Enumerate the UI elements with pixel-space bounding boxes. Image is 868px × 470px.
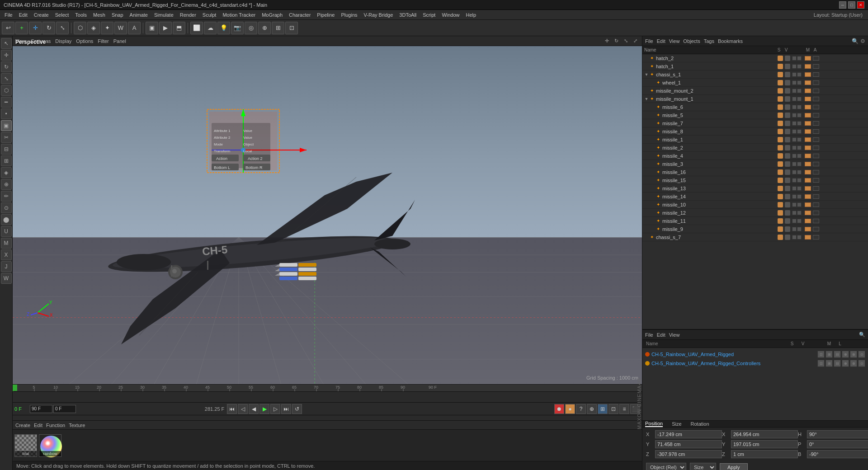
obj-expand-missile_13[interactable] bbox=[651, 186, 655, 191]
weight-mode[interactable]: W bbox=[114, 22, 127, 34]
obj-expand-missile_11[interactable] bbox=[651, 219, 655, 223]
instance-btn[interactable]: ⊡ bbox=[285, 22, 298, 34]
attr-icon-2b[interactable]: ⊞ bbox=[826, 360, 833, 367]
obj-row-chassi_s_7[interactable]: ✦ chassi_s_7 bbox=[642, 233, 868, 241]
move-frames-button[interactable]: ⊞ bbox=[598, 404, 608, 414]
obj-expand-missile_12[interactable] bbox=[651, 211, 655, 215]
sky-btn[interactable]: ☁ bbox=[204, 22, 217, 34]
record-button[interactable]: ⏺ bbox=[554, 404, 564, 414]
coord-sy-input[interactable] bbox=[731, 440, 798, 448]
obj-row-chassi_s_1[interactable]: ▼ ✦ chassi_s_1 bbox=[642, 70, 868, 79]
attr-menu-view[interactable]: View bbox=[669, 332, 680, 338]
vp-menu-panel[interactable]: Panel bbox=[113, 38, 126, 44]
coord-h-input[interactable] bbox=[807, 430, 868, 438]
obj-expand-missile_6[interactable] bbox=[651, 105, 655, 109]
timeline-track[interactable] bbox=[13, 392, 642, 403]
timeline-options[interactable]: ≡ bbox=[619, 404, 629, 414]
maximize-button[interactable]: □ bbox=[848, 1, 855, 9]
obj-row-missile_2[interactable]: ✦ missile_2 bbox=[642, 144, 868, 152]
play-forward-button[interactable]: ▶ bbox=[259, 404, 269, 414]
obj-expand-missile_4[interactable] bbox=[651, 154, 655, 158]
obj-expand-missile_16[interactable] bbox=[651, 170, 655, 174]
goto-start-button[interactable]: ⏮ bbox=[227, 404, 237, 414]
coord-b-input[interactable] bbox=[807, 450, 868, 458]
rotate-tool[interactable]: ↻ bbox=[1, 61, 12, 72]
obj-row-wheel_1[interactable]: ✦ wheel_1 bbox=[642, 79, 868, 87]
obj-row-missile_mount_1[interactable]: ▼ ✦ missile_mount_1 bbox=[642, 95, 868, 103]
vp-rotate-icon[interactable]: ↻ bbox=[612, 37, 620, 45]
attr-icon-1b[interactable]: ⊞ bbox=[826, 351, 833, 358]
help-button[interactable]: ? bbox=[576, 404, 586, 414]
menu-edit[interactable]: Edit bbox=[16, 11, 30, 19]
knife-tool[interactable]: ✂ bbox=[1, 132, 12, 143]
attr-icon-1a[interactable]: ⊡ bbox=[817, 351, 825, 358]
apply-button[interactable]: Apply bbox=[720, 463, 748, 470]
menu-help[interactable]: Help bbox=[463, 11, 479, 19]
mat-menu-edit[interactable]: Edit bbox=[34, 423, 42, 428]
attr-menu-edit[interactable]: Edit bbox=[657, 332, 665, 338]
obj-expand-chassi_s_1[interactable]: ▼ bbox=[644, 72, 649, 77]
vp-move-icon[interactable]: ✛ bbox=[603, 37, 611, 45]
poly-tool[interactable]: ⬡ bbox=[1, 85, 12, 96]
frame-step-button[interactable]: ⊡ bbox=[609, 404, 618, 414]
obj-row-missile_12[interactable]: ✦ missile_12 bbox=[642, 209, 868, 217]
menu-render[interactable]: Render bbox=[177, 11, 199, 19]
obj-expand-missile_5[interactable] bbox=[651, 113, 655, 118]
obj-row-missile_10[interactable]: ✦ missile_10 bbox=[642, 201, 868, 209]
obj-row-hatch_1[interactable]: ✦ hatch_1 bbox=[642, 62, 868, 70]
coord-tab-position[interactable]: Position bbox=[645, 421, 663, 427]
scale-tool[interactable]: ⤡ bbox=[1, 73, 12, 84]
om-menu-edit[interactable]: Edit bbox=[657, 38, 665, 44]
coord-sz-input[interactable] bbox=[731, 450, 798, 458]
size-select[interactable]: Size Scale bbox=[690, 463, 716, 470]
attr-icon-2f[interactable]: ⊙ bbox=[858, 360, 865, 367]
coord-sx-input[interactable] bbox=[731, 430, 798, 438]
attr-icon-2d[interactable]: ⊕ bbox=[842, 360, 849, 367]
coord-p-input[interactable] bbox=[807, 440, 868, 448]
brush-tool[interactable]: ✏ bbox=[1, 191, 12, 202]
om-menu-file[interactable]: File bbox=[645, 38, 653, 44]
vp-maximize-icon[interactable]: ⤢ bbox=[631, 37, 639, 45]
attr-icon-2a[interactable]: ⊡ bbox=[817, 360, 825, 367]
boole-btn[interactable]: ⊕ bbox=[258, 22, 271, 34]
obj-row-missile_5[interactable]: ✦ missile_5 bbox=[642, 111, 868, 119]
render-output[interactable]: ⬒ bbox=[173, 22, 185, 34]
coord-tab-size[interactable]: Size bbox=[672, 421, 681, 427]
render-region[interactable]: ▣ bbox=[146, 22, 158, 34]
floor-btn[interactable]: ⬜ bbox=[190, 22, 203, 34]
texture-mode[interactable]: ◈ bbox=[87, 22, 100, 34]
menu-mesh[interactable]: Mesh bbox=[90, 11, 108, 19]
joint-tool[interactable]: J bbox=[1, 261, 12, 272]
obj-row-missile_1[interactable]: ✦ missile_1 bbox=[642, 136, 868, 144]
loop-button[interactable]: ↺ bbox=[292, 404, 302, 414]
attr-obj-2[interactable]: CH-5_Rainbow_UAV_Armed_Rigged_Controller… bbox=[644, 359, 866, 368]
attr-obj-1[interactable]: CH-5_Rainbow_UAV_Armed_Rigged ⊡ ⊞ ⊟ ⊕ ⊗ … bbox=[644, 350, 866, 359]
menu-3dtoall[interactable]: 3DToAll bbox=[396, 11, 419, 19]
attr-icon-2c[interactable]: ⊟ bbox=[834, 360, 841, 367]
om-menu-tags[interactable]: Tags bbox=[704, 38, 714, 44]
rotate-button[interactable]: ↻ bbox=[42, 22, 55, 34]
obj-expand-missile_9[interactable] bbox=[651, 227, 655, 231]
active-tool[interactable]: ▣ bbox=[1, 120, 12, 131]
obj-expand-hatch_2[interactable] bbox=[644, 56, 649, 61]
weight-tool[interactable]: W bbox=[1, 273, 12, 284]
viewport[interactable]: View Cameras Display Options Filter Pane… bbox=[13, 36, 642, 384]
obj-row-hatch_2[interactable]: ✦ hatch_2 bbox=[642, 54, 868, 62]
array-btn[interactable]: ⊞ bbox=[272, 22, 284, 34]
motion-path-button[interactable]: ⊕ bbox=[587, 404, 597, 414]
model-mode[interactable]: ⬡ bbox=[74, 22, 86, 34]
obj-expand-missile_1[interactable] bbox=[651, 137, 655, 142]
menu-character[interactable]: Character bbox=[286, 11, 313, 19]
menu-snap[interactable]: Snap bbox=[109, 11, 126, 19]
menu-select[interactable]: Select bbox=[52, 11, 72, 19]
edge-tool[interactable]: ━ bbox=[1, 97, 12, 108]
bridge-tool[interactable]: ⊟ bbox=[1, 144, 12, 155]
mat-menu-texture[interactable]: Texture bbox=[69, 423, 85, 428]
close-button[interactable]: ✕ bbox=[857, 1, 864, 9]
obj-row-missile_7[interactable]: ✦ missile_7 bbox=[642, 119, 868, 127]
menu-mograph[interactable]: MoGraph bbox=[259, 11, 285, 19]
move-tool[interactable]: ✛ bbox=[1, 50, 12, 61]
menu-file[interactable]: File bbox=[2, 11, 15, 19]
extrude-tool[interactable]: ⊞ bbox=[1, 155, 12, 166]
menu-plugins[interactable]: Plugins bbox=[338, 11, 360, 19]
